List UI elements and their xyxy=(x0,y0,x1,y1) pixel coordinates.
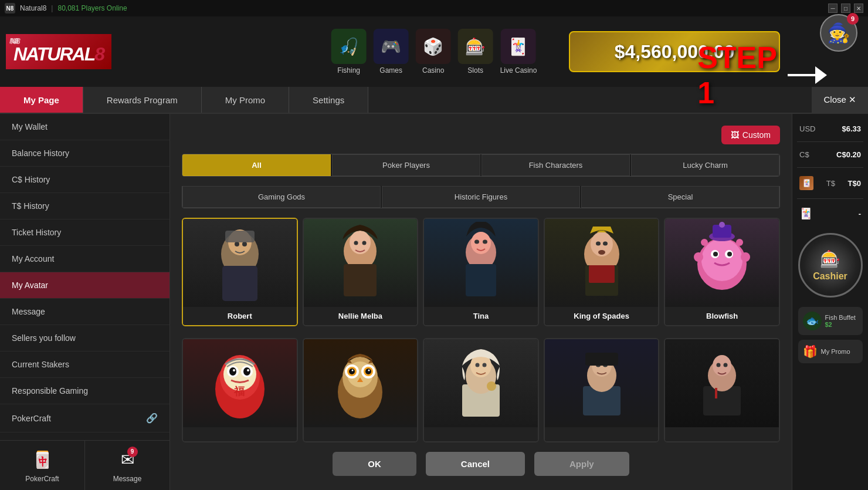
app-logo-small: N8 xyxy=(5,3,15,13)
custom-button[interactable]: 🖼 Custom xyxy=(721,126,780,144)
svg-rect-10 xyxy=(344,264,377,296)
slots-icon-nav[interactable]: 🎰 Slots xyxy=(458,29,493,75)
sidebar-item-balance-history[interactable]: Balance History xyxy=(0,140,169,167)
svg-point-14 xyxy=(483,240,487,244)
avatar-name-serious xyxy=(545,427,659,441)
fishing-icon-nav[interactable]: 🎣 Fishing xyxy=(331,29,367,75)
fish-buffet-promo[interactable]: 🐟 Fish Buffet $2 xyxy=(798,307,863,335)
svg-point-44 xyxy=(233,369,235,371)
tab-my-promo[interactable]: My Promo xyxy=(202,87,289,113)
cat-tab-poker-players[interactable]: Poker Players xyxy=(332,154,480,176)
svg-point-7 xyxy=(350,231,371,254)
sidebar-item-my-wallet[interactable]: My Wallet xyxy=(0,114,169,140)
svg-point-43 xyxy=(243,367,250,376)
cashier-button[interactable]: Cashier xyxy=(798,233,863,298)
casino-label: Casino xyxy=(422,66,444,75)
avatar-name-nellie: Nellie Melba xyxy=(304,307,418,325)
sidebar-item-ts-history[interactable]: T$ History xyxy=(0,193,169,219)
sidebar-item-ticket-history[interactable]: Ticket History xyxy=(0,219,169,246)
my-promo-button[interactable]: 🎁 My Promo xyxy=(798,340,863,363)
svg-point-9 xyxy=(362,241,367,245)
avatar-img-newton xyxy=(424,339,538,427)
avatar-card-blowfish[interactable]: Blowfish xyxy=(664,218,780,326)
avatar-img-daruma: 福 xyxy=(183,339,297,427)
ok-button[interactable]: OK xyxy=(333,452,416,476)
avatar-name-daruma xyxy=(183,427,297,441)
svg-point-33 xyxy=(736,239,743,246)
cancel-button[interactable]: Cancel xyxy=(426,452,525,476)
games-icon: 🎮 xyxy=(374,29,409,64)
sidebar-item-my-avatar[interactable]: My Avatar xyxy=(0,272,169,299)
casino-icon: 🎲 xyxy=(416,29,451,64)
sidebar-item-message[interactable]: Message xyxy=(0,299,169,325)
avatar-name-owl xyxy=(304,427,418,441)
games-label: Games xyxy=(379,66,402,75)
live-casino-icon: 🃏 xyxy=(501,29,536,64)
svg-point-3 xyxy=(235,242,239,246)
svg-point-24 xyxy=(701,239,742,281)
restore-button[interactable]: □ xyxy=(841,4,850,13)
cat-tab-historic-figures[interactable]: Historic Figures xyxy=(382,186,580,208)
tab-rewards-program[interactable]: Rewards Program xyxy=(83,87,202,113)
svg-point-36 xyxy=(719,222,725,228)
svg-rect-22 xyxy=(589,265,615,283)
live-casino-label: Live Casino xyxy=(500,66,537,75)
sidebar-bottom-message[interactable]: ✉ 9 Message xyxy=(85,441,169,490)
promo-icon: 🎁 xyxy=(803,344,818,359)
avatar-card-suit-man[interactable] xyxy=(664,338,780,442)
sidebar-item-sellers-you-follow[interactable]: Sellers you follow xyxy=(0,325,169,352)
svg-point-19 xyxy=(603,242,608,246)
sidebar: My Wallet Balance History C$ History T$ … xyxy=(0,114,170,490)
minimize-button[interactable]: ─ xyxy=(828,4,838,13)
apply-button[interactable]: Apply xyxy=(534,452,629,476)
avatar-card-nellie-melba[interactable]: Nellie Melba xyxy=(303,218,419,326)
svg-rect-70 xyxy=(585,353,618,366)
avatar-card-king-of-spades[interactable]: King of Spades xyxy=(544,218,660,326)
sidebar-item-responsible-gaming[interactable]: Responsible Gaming xyxy=(0,378,169,404)
avatar-img-king xyxy=(545,219,659,307)
sidebar-item-pokercraft[interactable]: PokerCraft 🔗 xyxy=(0,404,169,432)
avatar-header: 🖼 Custom xyxy=(182,126,780,144)
cat-tab-all[interactable]: All xyxy=(182,154,331,176)
cat-tab-fish-characters[interactable]: Fish Characters xyxy=(482,154,630,176)
my-promo-label: My Promo xyxy=(821,348,850,355)
avatar-card-serious-man[interactable] xyxy=(544,338,660,442)
live-casino-icon-nav[interactable]: 🃏 Live Casino xyxy=(500,29,537,75)
svg-rect-2 xyxy=(222,266,257,301)
category-tabs-row2: Gaming Gods Historic Figures Special xyxy=(182,186,780,208)
step1-text: STEP 1 xyxy=(697,40,784,110)
avatar-img-suit-man xyxy=(665,339,779,427)
cat-tab-lucky-charm[interactable]: Lucky Charm xyxy=(631,154,779,176)
category-tabs-row1: All Poker Players Fish Characters Lucky … xyxy=(182,154,780,177)
svg-point-32 xyxy=(701,239,708,246)
avatar-card-robert[interactable]: Robert xyxy=(182,218,298,326)
sidebar-item-cs-history[interactable]: C$ History xyxy=(0,167,169,193)
fishing-icon: 🎣 xyxy=(331,29,367,64)
avatar-name-king: King of Spades xyxy=(545,307,659,325)
cat-tab-gaming-gods[interactable]: Gaming Gods xyxy=(182,186,381,208)
tab-my-page[interactable]: My Page xyxy=(0,87,83,113)
svg-point-64 xyxy=(487,381,496,391)
sidebar-bottom-pokercraft[interactable]: 🀄 PokerCraft xyxy=(0,441,85,490)
avatar-card-newton[interactable] xyxy=(423,338,539,442)
avatar-card-owl[interactable] xyxy=(303,338,419,442)
fish-buffet-text: Fish Buffet $2 xyxy=(825,314,856,328)
cat-tab-special[interactable]: Special xyxy=(581,186,779,208)
close-window-button[interactable]: ✕ xyxy=(854,4,863,13)
user-avatar[interactable]: 🧙 9 xyxy=(820,14,857,52)
avatar-name-tina: Tina xyxy=(424,307,538,325)
fishing-label: Fishing xyxy=(337,66,360,75)
usd-value: $6.33 xyxy=(842,124,861,133)
sidebar-item-my-account[interactable]: My Account xyxy=(0,246,169,272)
sidebar-item-current-stakers[interactable]: Current Stakers xyxy=(0,352,169,378)
avatar-card-tina[interactable]: Tina xyxy=(423,218,539,326)
fish-buffet-icon: 🐟 xyxy=(803,312,822,330)
casino-icon-nav[interactable]: 🎲 Casino xyxy=(416,29,451,75)
divider-2 xyxy=(797,167,863,168)
logo: N8 NATURAL8 xyxy=(6,34,123,69)
top-icons: 🎣 Fishing 🎮 Games 🎲 Casino 🎰 Slots 🃏 Liv… xyxy=(331,29,537,75)
svg-text:福: 福 xyxy=(233,386,245,397)
games-icon-nav[interactable]: 🎮 Games xyxy=(374,29,409,75)
tab-settings[interactable]: Settings xyxy=(289,87,368,113)
avatar-card-daruma[interactable]: 福 xyxy=(182,338,298,442)
